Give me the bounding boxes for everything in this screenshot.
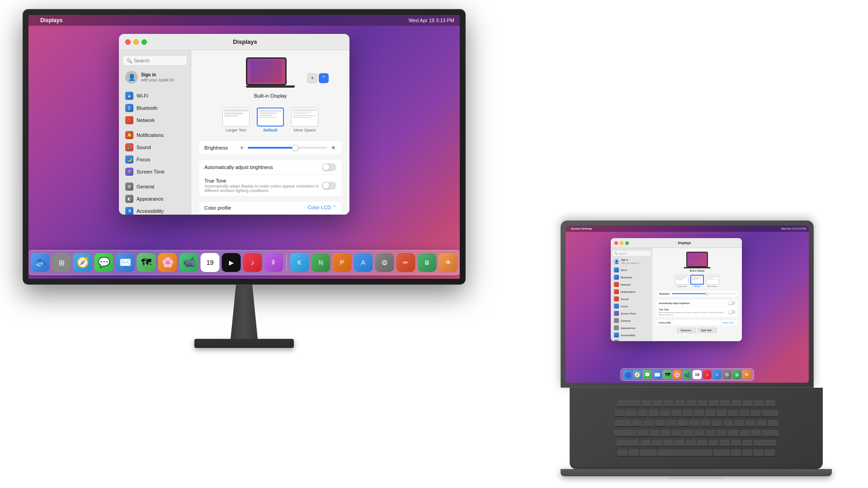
laptop-sidebar-appearance[interactable]: Appearance xyxy=(612,324,651,331)
dock-icon-preview[interactable]: 👁 xyxy=(439,253,458,272)
sidebar-item-appearance[interactable]: ◐ Appearance xyxy=(121,193,189,205)
sidebar-item-notifications[interactable]: 🔔 Notifications xyxy=(121,129,189,141)
laptop-dock-music[interactable]: ♪ xyxy=(703,370,712,379)
laptop-sidebar-notifications[interactable]: Notifications xyxy=(612,288,651,295)
resolution-default[interactable]: Default xyxy=(255,106,286,134)
dock-icon-photos[interactable]: 🌸 xyxy=(158,253,177,272)
dock-icon-screenshare[interactable]: 🖥 xyxy=(418,253,437,272)
laptop-dock-messages[interactable]: 💬 xyxy=(643,370,652,379)
key-9 xyxy=(717,410,726,417)
display-options-button[interactable]: ⌃ xyxy=(319,73,329,83)
laptop-sidebar-wifi[interactable]: Wi-Fi xyxy=(612,267,651,273)
sidebar-item-accessibility[interactable]: ♿ Accessibility xyxy=(121,205,189,215)
sidebar-item-network-label: Network xyxy=(137,117,155,123)
sidebar-item-general[interactable]: ⚙ General xyxy=(121,181,189,192)
laptop-dock-maps[interactable]: 🗺 xyxy=(663,370,672,379)
laptop-display-name: Built-in Display xyxy=(656,269,738,272)
resolution-more-space[interactable]: More Space xyxy=(289,106,320,134)
add-display-button[interactable]: + xyxy=(307,73,317,83)
screentime-icon: ⏱ xyxy=(125,168,133,176)
laptop-sidebar-focus[interactable]: Focus xyxy=(612,303,651,310)
laptop-dock-photos[interactable]: 🌸 xyxy=(673,370,682,379)
laptop-sidebar-sound[interactable]: Sound xyxy=(612,296,651,302)
sound-icon: 🔊 xyxy=(125,143,133,151)
laptop-res-default[interactable]: Default xyxy=(690,275,704,287)
laptop-min-btn[interactable] xyxy=(620,241,623,245)
key-c xyxy=(663,440,673,447)
laptop-res-larger[interactable]: Larger Text xyxy=(675,275,689,287)
dock-icon-messages[interactable]: 💬 xyxy=(94,253,113,272)
key-minus xyxy=(739,410,749,417)
dock-icon-maps[interactable]: 🗺 xyxy=(137,253,156,272)
sidebar-item-wifi[interactable]: ▲ Wi-Fi xyxy=(121,90,189,102)
sidebar-item-bluetooth[interactable]: β Bluetooth xyxy=(121,102,189,114)
laptop-dock-facetime[interactable]: 📹 xyxy=(683,370,692,379)
search-field[interactable]: 🔍 xyxy=(123,56,187,66)
laptop-sidebar-screentime[interactable]: Screen Time xyxy=(612,310,651,317)
laptop-color-profile-value[interactable]: Color LCD ⌃ xyxy=(722,321,736,324)
dock-icon-launchpad[interactable]: ⊞ xyxy=(52,253,71,272)
laptop-sign-in[interactable]: 👤 Sign in with your Apple ID xyxy=(612,258,651,266)
laptop-options-section: Automatically adjust brightness True Ton… xyxy=(656,299,738,318)
laptop-dock-finder[interactable]: 🔵 xyxy=(623,370,632,379)
laptop-dock-calendar[interactable]: 19 xyxy=(693,370,702,379)
sidebar-item-network[interactable]: 🔴 Network xyxy=(121,114,189,126)
app-name-label: Displays xyxy=(40,17,62,23)
laptop-dock-mail[interactable]: ✉️ xyxy=(653,370,662,379)
laptop-true-tone-toggle[interactable] xyxy=(728,310,736,314)
key-q xyxy=(632,420,642,427)
color-profile-value[interactable]: Color LCD ⌃ xyxy=(308,205,336,211)
dock-divider xyxy=(287,254,287,271)
res-larger-text-label: Larger Text xyxy=(226,128,246,132)
search-input[interactable] xyxy=(134,58,183,63)
laptop-sidebar-general[interactable]: General xyxy=(612,317,651,324)
dock-icon-pages[interactable]: P xyxy=(333,253,352,272)
dock-icon-appstore[interactable]: A xyxy=(354,253,373,272)
minimize-button[interactable] xyxy=(133,39,139,45)
laptop-sidebar-network[interactable]: Network xyxy=(612,281,651,288)
key-2 xyxy=(637,410,647,417)
dock-icon-facetime[interactable]: 📹 xyxy=(179,253,198,272)
laptop-brightness-slider[interactable] xyxy=(672,293,735,294)
sidebar-item-sound[interactable]: 🔊 Sound xyxy=(121,141,189,153)
dock-icon-pixelmator[interactable]: ✏ xyxy=(396,253,415,272)
sign-in-item[interactable]: 👤 Sign in with your Apple ID xyxy=(121,69,189,85)
laptop-dock-safari[interactable]: 🧭 xyxy=(633,370,642,379)
laptop-dock-preview[interactable]: 👁 xyxy=(742,370,751,379)
true-tone-toggle[interactable] xyxy=(322,182,336,190)
laptop-dock-screenshare[interactable]: 🖥 xyxy=(732,370,741,379)
laptop-sidebar-controlcenter[interactable]: Control Center xyxy=(612,339,651,341)
dock-icon-mail[interactable]: ✉️ xyxy=(116,253,135,272)
laptop-sidebar-network-label: Network xyxy=(621,283,631,286)
laptop-max-btn[interactable] xyxy=(625,241,629,245)
laptop-auto-brightness-toggle[interactable] xyxy=(728,301,736,305)
auto-brightness-toggle[interactable] xyxy=(322,163,336,171)
laptop-advanced-button[interactable]: Advanced… xyxy=(677,328,696,333)
maximize-button[interactable] xyxy=(142,39,147,45)
brightness-low-icon: ☀ xyxy=(240,145,244,151)
dock-icon-keynote[interactable]: K xyxy=(290,253,309,272)
dock-icon-safari[interactable]: 🧭 xyxy=(73,253,92,272)
close-button[interactable] xyxy=(125,39,131,45)
laptop-res-more[interactable]: More Space xyxy=(706,275,719,287)
dock-icon-numbers[interactable]: N xyxy=(311,253,330,272)
dock-icon-music[interactable]: ♪ xyxy=(243,253,262,272)
sidebar-item-screentime[interactable]: ⏱ Screen Time xyxy=(121,166,189,178)
laptop-sidebar-bluetooth[interactable]: Bluetooth xyxy=(612,274,651,281)
laptop-close-btn[interactable] xyxy=(614,241,618,245)
dock-icon-calendar[interactable]: 19 xyxy=(201,253,220,272)
key-equals xyxy=(750,410,760,417)
dock-icon-appletv[interactable]: ▶ xyxy=(222,253,241,272)
laptop-dock-sysprefs[interactable]: ⚙ xyxy=(722,370,731,379)
resolution-larger-text[interactable]: Larger Text xyxy=(221,106,251,134)
sidebar-item-focus[interactable]: 🌙 Focus xyxy=(121,154,189,165)
laptop-sidebar-accessibility[interactable]: Accessibility xyxy=(612,332,651,338)
key-bracket-r xyxy=(757,420,767,427)
laptop-dock-appstore[interactable]: A xyxy=(712,370,722,379)
brightness-slider[interactable] xyxy=(248,147,327,149)
laptop-night-shift-button[interactable]: Night Shift… xyxy=(698,328,717,333)
laptop-search-field[interactable]: 🔍 Search xyxy=(613,251,651,256)
dock-icon-finder[interactable]: 🐟 xyxy=(31,253,50,272)
dock-icon-podcasts[interactable]: 🎙 xyxy=(264,253,283,272)
dock-icon-sysprefs[interactable]: ⚙ xyxy=(375,253,394,272)
